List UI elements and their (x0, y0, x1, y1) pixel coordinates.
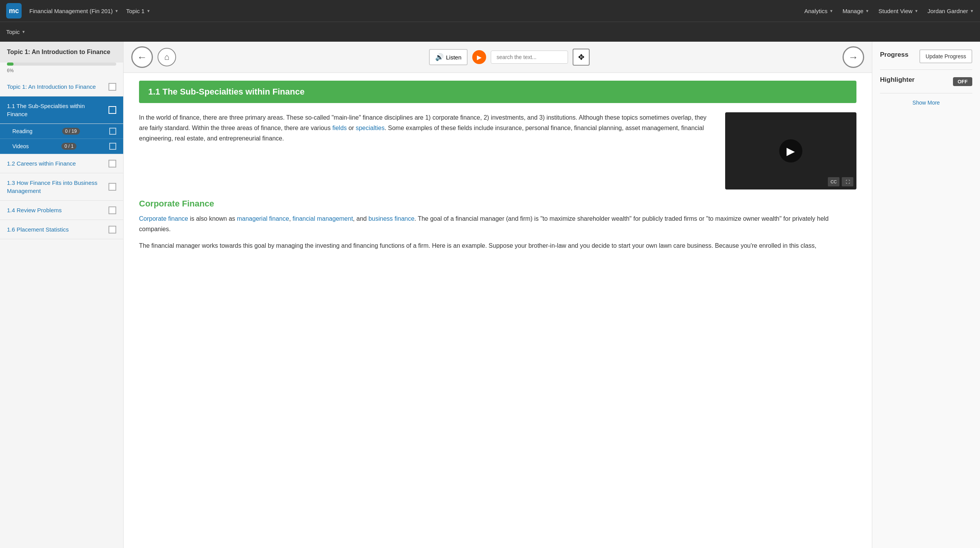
reading-content: 1.1 The Sub-Specialties within Finance I… (124, 73, 872, 548)
sidebar: Topic 1: An Introduction to Finance 6% T… (0, 42, 124, 548)
corporate-finance-link[interactable]: Corporate finance (139, 215, 188, 222)
toolbar: ← ⌂ 🔊 Listen ▶ ✥ → (124, 42, 872, 73)
content-body: In the world of finance, there are three… (139, 112, 856, 189)
highlighter-label: Highlighter (880, 76, 915, 84)
sidebar-subitem-reading[interactable]: Reading 0 / 19 (0, 124, 123, 139)
sidebar-title: Topic 1: An Introduction to Finance (0, 42, 123, 63)
videos-badge: 0 / 1 (61, 143, 76, 150)
sidebar-subitems-1-1: Reading 0 / 19 Videos 0 / 1 (0, 124, 123, 154)
sidebar-subcheckbox-videos[interactable] (109, 143, 116, 150)
sidebar-subitem-videos[interactable]: Videos 0 / 1 (0, 139, 123, 154)
sidebar-checkbox-1-1[interactable] (109, 106, 116, 114)
sidebar-checkbox-topic-intro[interactable] (109, 83, 116, 91)
right-divider-2 (880, 93, 972, 93)
sidebar-checkbox-1-2[interactable] (109, 160, 116, 167)
second-nav-topic-arrow: ▼ (22, 30, 25, 34)
main-area: Topic 1: An Introduction to Finance 6% T… (0, 42, 980, 548)
section-header: 1.1 The Sub-Specialties within Finance (139, 81, 856, 103)
student-view-dropdown[interactable]: Student View ▼ (878, 8, 918, 14)
sidebar-checkbox-1-6[interactable] (109, 226, 116, 233)
user-menu-arrow: ▼ (970, 9, 974, 13)
logo-icon: mc (6, 3, 22, 19)
analytics-dropdown-arrow: ▼ (829, 9, 833, 13)
search-input[interactable] (491, 51, 568, 64)
course-title-dropdown[interactable]: Financial Management (Fin 201) ▼ (29, 8, 119, 14)
body-paragraph-2: The financial manager works towards this… (139, 240, 856, 251)
listen-icon: 🔊 (435, 53, 444, 61)
sidebar-subcheckbox-reading[interactable] (109, 128, 116, 135)
user-menu[interactable]: Jordan Gardner ▼ (927, 8, 974, 14)
student-view-dropdown-arrow: ▼ (914, 9, 918, 13)
sidebar-item-1-3[interactable]: 1.3 How Finance Fits into Business Manag… (0, 173, 123, 201)
listen-button[interactable]: 🔊 Listen (429, 49, 468, 65)
forward-button[interactable]: → (843, 46, 864, 68)
top-nav-right: Analytics ▼ Manage ▼ Student View ▼ Jord… (804, 8, 974, 14)
sidebar-checkbox-1-3[interactable] (109, 183, 116, 191)
progress-section-title: Progress (880, 51, 909, 59)
financial-management-link[interactable]: financial management (293, 215, 353, 222)
toolbar-center: 🔊 Listen ▶ ✥ (181, 49, 838, 66)
expand-button[interactable]: ✥ (573, 49, 590, 66)
corporate-finance-paragraph: Corporate finance is also known as manag… (139, 213, 856, 234)
managerial-finance-link[interactable]: managerial finance (237, 215, 289, 222)
sidebar-item-1-4[interactable]: 1.4 Review Problems (0, 201, 123, 220)
subsection-title-corporate: Corporate Finance (139, 199, 856, 209)
analytics-dropdown[interactable]: Analytics ▼ (804, 8, 833, 14)
fields-link[interactable]: fields (332, 125, 347, 131)
update-progress-button[interactable]: Update Progress (919, 49, 972, 63)
sidebar-checkbox-1-4[interactable] (109, 206, 116, 214)
progress-label: 6% (0, 67, 123, 77)
right-panel: Progress Update Progress Highlighter OFF… (872, 42, 980, 548)
show-more-link[interactable]: Show More (880, 100, 972, 106)
second-nav: Topic ▼ (0, 22, 980, 42)
manage-dropdown-arrow: ▼ (865, 9, 869, 13)
sidebar-item-1-1[interactable]: 1.1 The Sub-Specialties within Finance (0, 96, 123, 124)
highlighter-row: Highlighter OFF (880, 76, 972, 87)
sidebar-item-1-6[interactable]: 1.6 Placement Statistics (0, 220, 123, 239)
video-thumbnail[interactable]: ▶ CC ⛶ (725, 112, 856, 189)
business-finance-link[interactable]: business finance (368, 215, 414, 222)
highlighter-toggle[interactable]: OFF (953, 77, 972, 86)
topic-dropdown-arrow: ▼ (146, 9, 150, 13)
back-button[interactable]: ← (131, 46, 153, 68)
course-dropdown-arrow: ▼ (115, 9, 119, 13)
sidebar-item-1-2[interactable]: 1.2 Careers within Finance (0, 154, 123, 173)
top-nav: mc Financial Management (Fin 201) ▼ Topi… (0, 0, 980, 22)
topic-dropdown[interactable]: Topic 1 ▼ (126, 8, 150, 14)
specialties-link[interactable]: specialties (356, 125, 385, 131)
progress-bar-fill (7, 63, 14, 66)
play-button[interactable]: ▶ (472, 50, 486, 64)
content-area: ← ⌂ 🔊 Listen ▶ ✥ → 1.1 The Sub-Specialti… (124, 42, 872, 548)
right-divider-1 (880, 69, 972, 70)
video-controls: CC ⛶ (828, 177, 853, 186)
sidebar-item-topic-intro[interactable]: Topic 1: An Introduction to Finance (0, 77, 123, 96)
video-fullscreen-button[interactable]: ⛶ (842, 177, 853, 186)
reading-badge: 0 / 19 (62, 128, 80, 135)
video-play-button[interactable]: ▶ (779, 139, 802, 162)
second-nav-topic[interactable]: Topic ▼ (6, 29, 25, 35)
home-button[interactable]: ⌂ (158, 48, 176, 66)
progress-bar-container (7, 63, 116, 66)
video-cc-button[interactable]: CC (828, 177, 839, 186)
intro-paragraph: In the world of finance, there are three… (139, 112, 714, 189)
manage-dropdown[interactable]: Manage ▼ (843, 8, 869, 14)
